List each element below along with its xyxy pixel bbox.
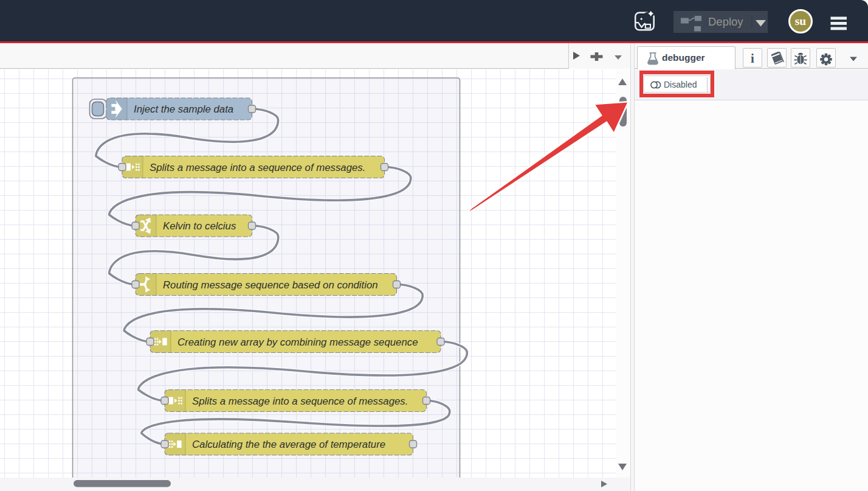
svg-text:Splits a message into a sequen: Splits a message into a sequence of mess… (192, 395, 408, 407)
svg-text:Routing message sequence based: Routing message sequence based on condit… (163, 279, 378, 291)
svg-text:Creating new array by combinin: Creating new array by combining message … (177, 336, 418, 348)
svg-text:Splits a message into a sequen: Splits a message into a sequence of mess… (150, 162, 365, 173)
svg-text:Calculating the the average of: Calculating the the average of temperatu… (192, 439, 385, 450)
svg-text:i: i (751, 51, 754, 66)
svg-text:Kelvin to celcius: Kelvin to celcius (163, 220, 236, 232)
svg-text:Inject the sample data: Inject the sample data (134, 103, 233, 115)
